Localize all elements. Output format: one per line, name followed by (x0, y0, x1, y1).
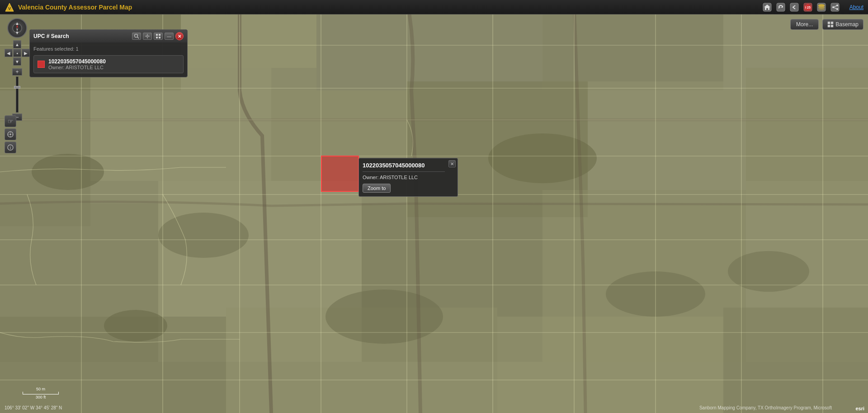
result-parcel-id: 1022035057045000080 (48, 58, 106, 65)
panel-view-button[interactable] (154, 33, 163, 40)
svg-point-69 (9, 133, 11, 135)
zoom-thumb[interactable] (14, 86, 20, 89)
svg-text:i: i (10, 146, 11, 150)
pan-center-button[interactable]: ● (13, 49, 21, 57)
svg-point-22 (158, 213, 249, 258)
svg-rect-90 (831, 25, 833, 27)
scale-label-top: 50 m (23, 387, 59, 391)
result-owner: Owner: ARISTOTLE LLC (48, 65, 106, 70)
back-icon[interactable] (789, 2, 800, 13)
svg-point-58 (818, 8, 825, 10)
svg-line-77 (137, 37, 139, 38)
pan-controls: ▲ ◀ ● ▶ ▼ (5, 40, 30, 66)
pan-left-button[interactable]: ◀ (5, 49, 13, 57)
svg-point-26 (104, 310, 167, 342)
svg-text:I 25: I 25 (805, 6, 811, 9)
svg-rect-7 (90, 68, 271, 181)
refresh-icon[interactable] (775, 2, 786, 13)
svg-rect-52 (790, 3, 798, 11)
esri-text: esri (855, 406, 864, 411)
zoom-controls: + − (12, 68, 22, 121)
basemap-icon (827, 21, 834, 28)
svg-rect-84 (159, 34, 160, 36)
zoom-in-button[interactable]: + (12, 68, 22, 76)
svg-rect-10 (588, 90, 746, 204)
panel-close-button[interactable]: ✕ (175, 32, 184, 40)
panel-minimize-button[interactable]: — (165, 33, 174, 40)
panel-settings-button[interactable] (143, 33, 152, 40)
svg-rect-51 (777, 3, 785, 11)
compass-button[interactable] (7, 18, 27, 38)
result-info: 1022035057045000080 Owner: ARISTOTLE LLC (48, 58, 106, 70)
app-logo: V (5, 2, 14, 12)
svg-rect-20 (723, 308, 868, 413)
svg-rect-89 (828, 25, 830, 27)
search-result-item[interactable]: 1022035057045000080 Owner: ARISTOTLE LLC (33, 55, 184, 73)
svg-point-65 (13, 24, 22, 33)
svg-rect-87 (828, 22, 830, 24)
pan-down-button[interactable]: ▼ (13, 57, 21, 66)
location-tool-button[interactable] (5, 128, 16, 140)
popup-close-button[interactable]: ✕ (448, 160, 456, 167)
zoom-track[interactable] (16, 76, 19, 113)
scale-line (23, 392, 59, 394)
panel-search-button[interactable] (132, 33, 141, 40)
svg-rect-85 (156, 37, 158, 38)
app-title: Valencia County Assessor Parcel Map (18, 4, 762, 11)
basemap-label: Basemap (835, 21, 859, 28)
scale-label-bottom: 300 ft (23, 395, 59, 399)
search-panel: UPC # Search (29, 29, 188, 77)
svg-rect-59 (831, 3, 839, 11)
svg-rect-19 (497, 317, 723, 413)
svg-point-21 (32, 154, 104, 190)
features-selected-label: Features selected: 1 (33, 46, 184, 52)
nav-controls: ▲ ◀ ● ▶ ▼ + − (5, 18, 30, 121)
routes-icon[interactable]: I 25 (802, 2, 813, 13)
coordinates: 106° 33' 02" W 34° 45' 28" N (5, 405, 62, 410)
search-panel-content: Features selected: 1 1022035057045000080… (30, 43, 187, 77)
esri-logo: esri (855, 406, 864, 411)
share-icon[interactable] (830, 2, 840, 13)
svg-rect-86 (159, 37, 160, 38)
svg-point-78 (146, 35, 148, 37)
svg-rect-88 (831, 22, 833, 24)
search-panel-header[interactable]: UPC # Search (30, 30, 187, 43)
popup-parcel-id: 1022035057045000080 (363, 162, 445, 172)
svg-rect-83 (156, 34, 158, 36)
svg-point-76 (135, 34, 138, 38)
pan-up-button[interactable]: ▲ (13, 40, 21, 48)
map-popup: ✕ 1022035057045000080 Owner: ARISTOTLE L… (359, 158, 458, 197)
about-link[interactable]: About (849, 4, 863, 10)
result-color-indicator (38, 61, 45, 68)
tool-buttons: ☞ i (5, 115, 16, 153)
svg-rect-47 (321, 156, 359, 191)
basemap-button[interactable]: Basemap (822, 19, 863, 30)
home-icon[interactable] (762, 2, 773, 13)
popup-zoom-button[interactable]: Zoom to (363, 184, 391, 193)
pan-right-button[interactable]: ▶ (22, 49, 30, 57)
panel-controls: — ✕ (132, 32, 184, 40)
layers-icon[interactable] (816, 2, 827, 13)
pan-tool-button[interactable]: ☞ (5, 115, 16, 127)
info-tool-button[interactable]: i (5, 142, 16, 153)
more-button[interactable]: More... (790, 19, 819, 30)
svg-point-24 (728, 251, 809, 292)
map-controls-top-right: More... Basemap (790, 19, 863, 30)
popup-owner: Owner: ARISTOTLE LLC (363, 175, 454, 180)
top-bar: V Valencia County Assessor Parcel Map (0, 0, 868, 14)
svg-text:V: V (8, 6, 11, 11)
attribution: Sanborn Mapping Company, TX OrthoImagery… (699, 405, 832, 410)
toolbar-icons: I 25 (762, 2, 840, 13)
search-panel-title: UPC # Search (33, 33, 69, 39)
scale-bar: 50 m 300 ft (23, 387, 59, 399)
svg-point-25 (326, 290, 443, 344)
